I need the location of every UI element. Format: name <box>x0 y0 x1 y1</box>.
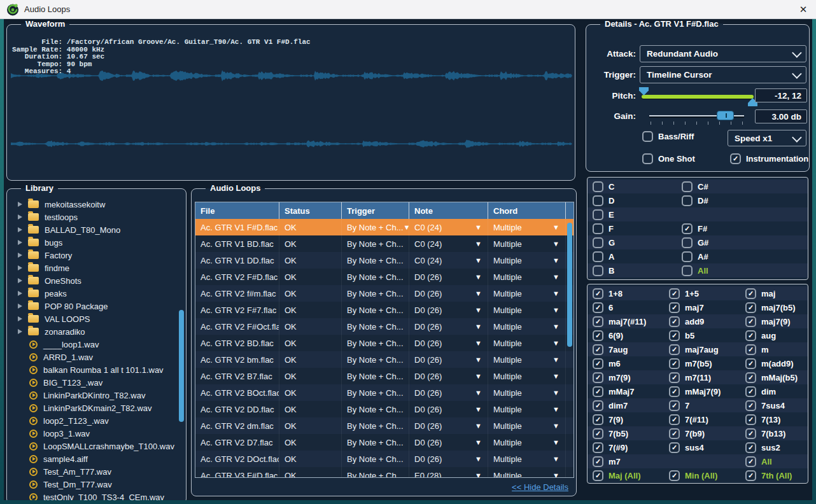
close-icon[interactable]: ✕ <box>796 3 811 17</box>
table-row[interactable]: Ac. GTR V2 bm.flacOKBy Note + Ch...D0 (2… <box>195 351 573 368</box>
library-folder-item[interactable]: testloops <box>8 211 178 223</box>
note-dropdown-icon[interactable]: ▼ <box>475 241 482 248</box>
chord-dropdown-icon[interactable]: ▼ <box>552 356 559 363</box>
note-dropdown-icon[interactable]: ▼ <box>475 323 482 330</box>
note-dropdown-icon[interactable]: ▼ <box>475 472 482 478</box>
expander-icon[interactable] <box>18 316 22 321</box>
chord-checkbox-7(b13)[interactable] <box>745 428 756 439</box>
expander-icon[interactable] <box>18 240 22 245</box>
chord-checkbox-add9[interactable] <box>669 316 680 327</box>
table-row[interactable]: Ac. GTR V2 F#Oct.flacOKBy Note + Ch...D0… <box>195 318 573 335</box>
library-file-item[interactable]: LoopSMALLcrashmaybe_T100.wav <box>8 440 178 452</box>
library-file-item[interactable]: LinkinParkDKintro_T82.wav <box>8 389 178 402</box>
note-dropdown-icon[interactable]: ▼ <box>475 307 482 314</box>
library-folder-item[interactable]: peaks <box>8 287 178 300</box>
table-row[interactable]: Ac. GTR V2 DOct.flacOKBy Note + Ch...D0 … <box>195 451 573 467</box>
chord-checkbox-maj7aug[interactable] <box>669 344 680 355</box>
chord-checkbox-6(9)[interactable] <box>593 330 603 341</box>
chord-dropdown-icon[interactable]: ▼ <box>552 389 559 396</box>
note-dropdown-icon[interactable]: ▼ <box>475 439 482 446</box>
chord-dropdown-icon[interactable]: ▼ <box>552 406 559 413</box>
table-row[interactable]: Ac. GTR V3 F#D.flacOKBy Note + Ch...E0 (… <box>195 467 573 477</box>
library-folder-item[interactable]: POP 80 Package <box>8 300 178 312</box>
expander-icon[interactable] <box>18 278 22 283</box>
chord-checkbox-7(9)[interactable] <box>593 414 603 425</box>
chord-checkbox-7(13)[interactable] <box>745 414 756 425</box>
table-row[interactable]: Ac. GTR V2 F#D.flacOKBy Note + Ch...D0 (… <box>195 269 573 285</box>
speed-select[interactable]: Speed x1 <box>728 130 806 146</box>
library-file-item[interactable]: ____loop1.wav <box>8 338 178 351</box>
chord-checkbox-maj7(9)[interactable] <box>745 316 756 327</box>
instrumentation-checkbox[interactable] <box>730 153 741 164</box>
trigger-dropdown-icon[interactable]: ▼ <box>404 224 409 231</box>
gain-handle[interactable] <box>717 111 734 120</box>
expander-icon[interactable] <box>18 329 22 334</box>
note-dropdown-icon[interactable]: ▼ <box>475 224 482 231</box>
chord-checkbox-maj[interactable] <box>745 288 756 299</box>
expander-icon[interactable] <box>18 253 22 258</box>
chord-checkbox-7sus4[interactable] <box>745 400 756 411</box>
table-row[interactable]: Ac. GTR V1 BD.flacOKBy Note + Ch...C0 (2… <box>195 235 573 252</box>
chord-dropdown-icon[interactable]: ▼ <box>552 472 559 478</box>
column-header-file[interactable]: File <box>195 202 279 219</box>
note-checkbox-B[interactable] <box>593 265 603 276</box>
chord-checkbox-6[interactable] <box>593 302 603 313</box>
chord-checkbox-b5[interactable] <box>669 330 680 341</box>
note-checkbox-D[interactable] <box>593 195 603 206</box>
chord-checkbox-mMaj7(9)[interactable] <box>669 386 680 397</box>
chord-dropdown-icon[interactable]: ▼ <box>552 257 559 264</box>
expander-icon[interactable] <box>18 304 22 309</box>
note-checkbox-F#[interactable] <box>682 223 693 234</box>
chord-checkbox-m7[interactable] <box>593 456 603 467</box>
note-checkbox-C#[interactable] <box>682 181 693 192</box>
chord-checkbox-maj7(b5)[interactable] <box>745 302 756 313</box>
table-row[interactable]: Ac. GTR V2 BOct.flacOKBy Note + Ch...D0 … <box>195 384 573 401</box>
pitch-range-field[interactable]: -12, 12 <box>755 88 807 102</box>
note-dropdown-icon[interactable]: ▼ <box>475 456 482 463</box>
trigger-select[interactable]: Timeline Cursor <box>640 66 806 83</box>
column-header-note[interactable]: Note <box>409 202 488 219</box>
library-scrollbar-thumb[interactable] <box>179 310 184 422</box>
chord-dropdown-icon[interactable]: ▼ <box>552 340 559 347</box>
expander-icon[interactable] <box>18 202 22 207</box>
note-dropdown-icon[interactable]: ▼ <box>475 340 482 347</box>
expander-icon[interactable] <box>18 214 22 220</box>
chord-checkbox-7(b5)[interactable] <box>593 428 603 439</box>
library-file-item[interactable]: loop2_T123_.wav <box>8 414 178 427</box>
note-dropdown-icon[interactable]: ▼ <box>475 274 482 281</box>
note-checkbox-A#[interactable] <box>682 251 693 262</box>
note-dropdown-icon[interactable]: ▼ <box>475 290 482 297</box>
chord-checkbox-1+5[interactable] <box>669 288 680 299</box>
table-row[interactable]: Ac. GTR V2 BD.flacOKBy Note + Ch...D0 (2… <box>195 335 573 351</box>
note-checkbox-C[interactable] <box>593 181 603 192</box>
chord-checkbox-m6[interactable] <box>593 358 603 369</box>
note-checkbox-G[interactable] <box>593 237 603 248</box>
attack-select[interactable]: Redundant Audio <box>640 45 806 62</box>
library-file-item[interactable]: ARRD_1.wav <box>8 351 178 363</box>
column-header-trigger[interactable]: Trigger <box>342 202 409 219</box>
table-row[interactable]: Ac. GTR V2 dm.flacOKBy Note + Ch...D0 (2… <box>195 417 573 434</box>
chord-checkbox-7(b9)[interactable] <box>669 428 680 439</box>
note-checkbox-E[interactable] <box>593 209 603 220</box>
table-row[interactable]: Ac. GTR V2 DD.flacOKBy Note + Ch...D0 (2… <box>195 401 573 417</box>
table-row[interactable]: Ac. GTR V2 F#7.flacOKBy Note + Ch...D0 (… <box>195 302 573 318</box>
chord-checkbox-sus2[interactable] <box>745 442 756 453</box>
library-file-item[interactable]: LinkinParkDKmain2_T82.wav <box>8 402 178 414</box>
library-folder-item[interactable]: BALLAD_T80_Mono <box>8 223 178 236</box>
chord-checkbox-m(add9)[interactable] <box>745 358 756 369</box>
expander-icon[interactable] <box>18 291 22 296</box>
table-row[interactable]: Ac. GTR V2 B7.flacOKBy Note + Ch...D0 (2… <box>195 368 573 384</box>
library-file-item[interactable]: Test_Dm_T77.wav <box>8 478 178 491</box>
chord-checkbox-Min (All)[interactable] <box>669 470 680 481</box>
library-folder-item[interactable]: zonaradiko <box>8 325 178 338</box>
table-scrollbar-thumb[interactable] <box>567 223 572 347</box>
chord-checkbox-m[interactable] <box>745 344 756 355</box>
note-checkbox-D#[interactable] <box>682 195 693 206</box>
column-header-chord[interactable]: Chord <box>488 202 566 219</box>
library-folder-item[interactable]: Factory <box>8 249 178 262</box>
chord-checkbox-m7(9)[interactable] <box>593 372 603 383</box>
library-folder-item[interactable]: VAL LOOPS <box>8 312 178 325</box>
chord-checkbox-dim7[interactable] <box>593 400 603 411</box>
library-file-item[interactable]: Test_Am_T77.wav <box>8 465 178 478</box>
note-checkbox-F[interactable] <box>593 223 603 234</box>
